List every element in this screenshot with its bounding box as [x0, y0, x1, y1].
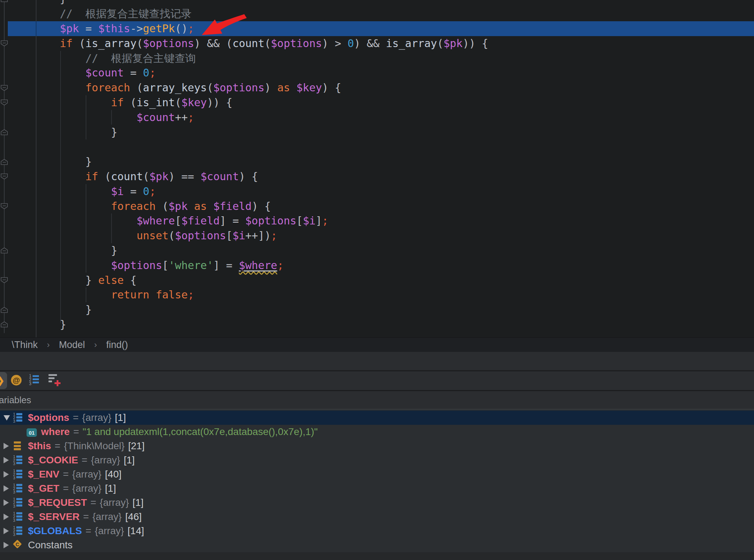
fold-marker-icon[interactable] — [1, 307, 8, 313]
constants-icon: C — [13, 540, 24, 550]
variable-name: $_SERVER — [28, 511, 80, 522]
variable-count: [40] — [105, 469, 122, 480]
fold-marker-icon[interactable] — [1, 99, 8, 105]
expand-arrow-right-icon[interactable] — [4, 528, 9, 534]
code-line-20[interactable]: } else { — [0, 273, 754, 288]
variable-string-value: "1 and updatexml(1,concat(0x7e,database(… — [82, 426, 318, 438]
breadcrumb: \Think›Model›find() — [0, 337, 754, 352]
variable-row-GLOBALS[interactable]: 123$GLOBALS={array}[14] — [0, 524, 754, 538]
code-line-19[interactable]: $options['where'] = $where; — [0, 258, 754, 273]
add-watch-icon[interactable] — [48, 374, 60, 385]
fold-marker-icon[interactable] — [1, 321, 8, 327]
array-icon: 123 — [13, 469, 24, 479]
variable-row-_COOKIE[interactable]: 123$_COOKIE={array}[1] — [0, 453, 754, 467]
code-editor[interactable]: }// 根据复合主键查找记录$pk = $this->getPk();if (i… — [0, 0, 754, 337]
code-line-21[interactable]: return false; — [0, 287, 754, 302]
variable-row-_GET[interactable]: 123$_GET={array}[1] — [0, 481, 754, 496]
variable-name: $_ENV — [28, 469, 59, 480]
variable-row-Constants[interactable]: CConstants — [0, 538, 754, 552]
variable-count: [1] — [132, 497, 143, 508]
code-line-6[interactable]: $count = 0; — [0, 65, 754, 80]
ide-debug-screenshot: }// 根据复合主键查找记录$pk = $this->getPk();if (i… — [0, 0, 754, 560]
variable-name: Constants — [28, 539, 73, 551]
object-icon — [13, 441, 24, 451]
fold-marker-icon[interactable] — [1, 159, 8, 165]
breadcrumb-item[interactable]: find() — [106, 339, 128, 350]
code-line-2[interactable]: // 根据复合主键查找记录 — [0, 6, 754, 21]
variable-row-where[interactable]: 01where="1 and updatexml(1,concat(0x7e,d… — [0, 425, 754, 439]
debugger-toolbar: ❯ @ 123 — [0, 371, 754, 390]
variable-name: $_REQUEST — [28, 497, 87, 508]
code-line-14[interactable]: $i = 0; — [0, 184, 754, 199]
breadcrumb-item[interactable]: \Think — [12, 339, 38, 350]
resume-chevron-button[interactable]: ❯ — [0, 372, 7, 389]
fold-marker-icon[interactable] — [1, 85, 8, 91]
code-line-11[interactable] — [0, 139, 754, 154]
code-line-3[interactable]: $pk = $this->getPk(); — [0, 21, 754, 36]
variable-count: [1] — [115, 412, 126, 423]
variable-row-options[interactable]: 123$options={array}[1] — [0, 411, 754, 425]
code-line-15[interactable]: foreach ($pk as $field) { — [0, 199, 754, 214]
array-icon: 123 — [13, 413, 24, 423]
code-line-9[interactable]: $count++; — [0, 110, 754, 125]
variables-tree: 123$options={array}[1]01where="1 and upd… — [0, 410, 754, 553]
evaluate-at-icon[interactable]: @ — [11, 375, 22, 385]
code-line-18[interactable]: } — [0, 243, 754, 258]
code-line-4[interactable]: if (is_array($options) && (count($option… — [0, 36, 754, 51]
variable-row-_ENV[interactable]: 123$_ENV={array}[40] — [0, 467, 754, 481]
variable-name: $_GET — [28, 483, 59, 494]
code-line-8[interactable]: if (is_int($key)) { — [0, 95, 754, 110]
variable-type: {array} — [72, 483, 102, 494]
code-line-12[interactable]: } — [0, 154, 754, 169]
variable-name: $options — [28, 412, 69, 423]
code-line-22[interactable]: } — [0, 302, 754, 317]
fold-marker-icon[interactable] — [1, 277, 8, 283]
code-line-5[interactable]: // 根据复合主键查询 — [0, 51, 754, 66]
expand-arrow-right-icon[interactable] — [4, 443, 9, 449]
footer-strip — [0, 552, 754, 560]
breadcrumb-item[interactable]: Model — [59, 339, 85, 350]
expand-arrow-right-icon[interactable] — [4, 471, 9, 478]
code-line-13[interactable]: if (count($pk) == $count) { — [0, 169, 754, 184]
code-line-1[interactable]: } — [0, 0, 754, 6]
code-line-16[interactable]: $where[$field] = $options[$i]; — [0, 213, 754, 228]
array-icon: 123 — [13, 455, 24, 465]
fold-marker-icon[interactable] — [1, 173, 8, 179]
variable-name: where — [41, 426, 70, 438]
debugger-top-band — [0, 352, 754, 370]
primitive-value-icon: 01 — [27, 428, 37, 437]
variable-count: [14] — [127, 525, 144, 537]
fold-marker-icon[interactable] — [1, 0, 8, 2]
breadcrumb-separator-icon: › — [94, 340, 97, 350]
variable-type: {array} — [100, 497, 129, 508]
fold-marker-icon[interactable] — [1, 129, 8, 135]
code-line-10[interactable]: } — [0, 125, 754, 140]
variable-row-_SERVER[interactable]: 123$_SERVER={array}[46] — [0, 510, 754, 524]
breadcrumb-separator-icon: › — [47, 340, 50, 350]
expand-arrow-right-icon[interactable] — [4, 457, 9, 463]
code-line-17[interactable]: unset($options[$i++]); — [0, 228, 754, 243]
fold-marker-icon[interactable] — [1, 203, 8, 209]
expand-arrow-down-icon[interactable] — [4, 415, 10, 421]
variable-type: {Think\Model} — [64, 440, 125, 452]
fold-marker-icon[interactable] — [1, 247, 8, 253]
expand-arrow-right-icon[interactable] — [4, 542, 9, 548]
array-icon: 123 — [13, 512, 24, 522]
code-line-7[interactable]: foreach (array_keys($options) as $key) { — [0, 80, 754, 95]
plus-icon — [55, 380, 61, 386]
variable-count: [21] — [128, 440, 145, 452]
variable-name: $GLOBALS — [28, 525, 82, 537]
code-lines: }// 根据复合主键查找记录$pk = $this->getPk();if (i… — [0, 0, 754, 332]
expand-arrow-right-icon[interactable] — [4, 499, 9, 506]
sort-numeric-list-icon[interactable]: 123 — [29, 375, 40, 386]
variable-row-this[interactable]: $this={Think\Model}[21] — [0, 439, 754, 453]
variable-count: [1] — [124, 455, 135, 466]
array-icon: 123 — [13, 484, 24, 493]
variable-row-_REQUEST[interactable]: 123$_REQUEST={array}[1] — [0, 496, 754, 510]
expand-arrow-right-icon[interactable] — [4, 485, 9, 492]
variable-name: $this — [28, 440, 51, 452]
expand-arrow-right-icon[interactable] — [4, 514, 9, 520]
code-line-23[interactable]: } — [0, 317, 754, 332]
fold-marker-icon[interactable] — [1, 40, 8, 46]
array-icon: 123 — [13, 526, 24, 536]
